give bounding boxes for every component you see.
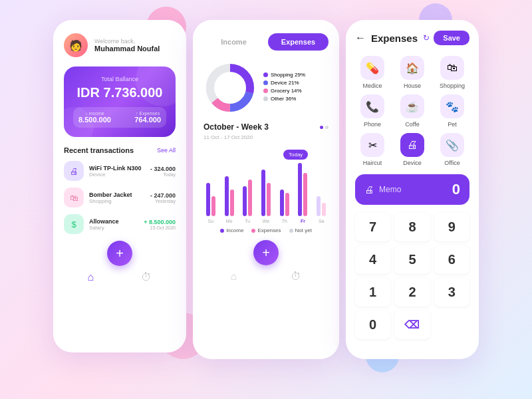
back-arrow-icon[interactable]: ← [355, 32, 366, 44]
numpad-4[interactable]: 4 [355, 245, 390, 274]
legend-dot-shopping [263, 72, 268, 77]
legend-item-shopping: Shopping 29% [263, 72, 305, 78]
cat-label-coffe: Coffe [405, 121, 419, 128]
bottom-nav: ⌂ ⏱ [64, 271, 176, 283]
numpad-backspace[interactable]: ⌫ [394, 311, 430, 339]
tab-income[interactable]: Income [203, 33, 264, 51]
legend-label-grocery: Grocery 14% [271, 88, 302, 94]
numpad-1[interactable]: 1 [355, 278, 390, 307]
avatar: 🧑 [64, 33, 88, 57]
trans-date: Yesterday [150, 199, 176, 203]
home-nav-icon-2[interactable]: ⌂ [231, 271, 237, 283]
expenses-label: ↑ Expenses [134, 111, 161, 116]
numpad-6[interactable]: 6 [434, 245, 469, 274]
transaction-item: 🖨 WiFi TP-Link N300 Device - 324.000 Tod… [64, 161, 176, 181]
refresh-icon[interactable]: ↻ [423, 33, 430, 43]
legend-income-label: Income [226, 227, 243, 233]
legend-income: Income [220, 227, 243, 233]
trans-name: Bomber Jacket [89, 192, 145, 198]
save-button[interactable]: Save [434, 31, 469, 45]
bar-tu-income [243, 186, 247, 216]
transaction-item: $ Allowance Salary + 8.500.000 15 Oct 20… [64, 214, 176, 234]
balance-value: 7.736.000 [104, 85, 163, 100]
trans-right: - 324.000 Today [150, 166, 176, 177]
bar-label-we: We [263, 219, 269, 223]
expenses-header: ← Expenses ↻ Save [355, 31, 469, 45]
cat-office[interactable]: 📎 Office [435, 133, 469, 166]
cat-haircut[interactable]: ✂ Haircut [355, 133, 390, 166]
header-row: 🧑 Welcome back, Muhammad Noufal [64, 33, 176, 57]
bar-col-fr: Fr [296, 163, 311, 223]
cat-pet[interactable]: 🐾 Pet [435, 94, 469, 128]
home-nav-icon[interactable]: ⌂ [88, 271, 94, 283]
cat-shopping[interactable]: 🛍 Shopping [435, 56, 469, 89]
dot-2 [325, 126, 329, 129]
cat-medice[interactable]: 💊 Medice [355, 56, 390, 89]
legend-circ-notyet [289, 229, 293, 233]
legend-circ-income [220, 229, 224, 233]
bar-mo-income [225, 176, 229, 216]
expenses-value: 764.000 [134, 116, 161, 124]
cat-house[interactable]: 🏠 House [395, 56, 430, 89]
bar-sa-income [317, 196, 321, 216]
memo-label: Memo [379, 185, 401, 194]
numpad-7[interactable]: 7 [355, 213, 390, 241]
legend-dot-grocery [263, 88, 268, 93]
cat-device[interactable]: 🖨 Device [395, 133, 430, 166]
trans-icon-device: 🖨 [64, 161, 84, 181]
bar-label-fr: Fr [301, 219, 305, 223]
cat-label-office: Office [444, 160, 460, 166]
numpad-0[interactable]: 0 [355, 311, 390, 339]
clock-nav-icon[interactable]: ⏱ [141, 271, 152, 283]
legend-expenses-label: Expenses [257, 227, 281, 233]
bar-label-mo: Mo [226, 219, 233, 223]
balance-amount: IDR 7.736.000 [73, 85, 166, 100]
numpad-8[interactable]: 8 [394, 213, 430, 241]
numpad-5[interactable]: 5 [394, 245, 430, 274]
fab-button-2[interactable]: + [253, 240, 279, 265]
memo-icon: 🖨 [364, 184, 374, 195]
balance-row: ↓ Income 8.500.000 ↑ Expenses 764.000 [73, 107, 166, 128]
cat-label-shopping: Shopping [440, 82, 465, 89]
chart-legend: Shopping 29% Device 21% Grocery 14% Othe… [263, 72, 305, 104]
legend-circ-expenses [251, 229, 255, 233]
bar-su-income [206, 183, 210, 216]
username: Muhammad Noufal [94, 45, 160, 53]
trans-info: Allowance Salary [89, 218, 138, 231]
bar-su-expense [211, 196, 215, 216]
numpad-2[interactable]: 2 [394, 278, 430, 307]
bar-fr-expense [303, 173, 307, 216]
bar-th-income [280, 190, 284, 216]
legend-item-device: Device 21% [263, 80, 305, 86]
cat-icon-pet: 🐾 [440, 94, 464, 118]
bar-th-expense [285, 193, 289, 216]
numpad-9[interactable]: 9 [434, 213, 469, 241]
fab-button[interactable]: + [107, 241, 132, 266]
week-dots [320, 126, 329, 129]
tab-expenses[interactable]: Expenses [268, 33, 329, 51]
bar-col-tu: Tu [240, 180, 255, 223]
trans-info: Bomber Jacket Shopping [89, 192, 145, 204]
trans-amount: - 247.000 [150, 192, 176, 199]
bar-tu-expense [248, 180, 252, 216]
legend-notyet: Not yet [289, 227, 312, 233]
expenses-header-left: ← Expenses ↻ [355, 32, 430, 44]
numpad-3[interactable]: 3 [434, 278, 469, 307]
income-label: ↓ Income [78, 111, 111, 116]
cat-label-phone: Phone [364, 121, 381, 128]
bar-col-su: Su [203, 183, 218, 223]
screen3: ← Expenses ↻ Save 💊 Medice 🏠 House 🛍 Sho… [346, 20, 479, 359]
expenses-item: ↑ Expenses 764.000 [134, 111, 161, 124]
trans-name: Allowance [89, 218, 138, 225]
trans-cat: Salary [89, 225, 138, 231]
numpad: 7 8 9 4 5 6 1 2 3 0 ⌫ [355, 213, 469, 339]
bar-we-income [261, 170, 265, 216]
bar-col-mo: Mo [222, 176, 237, 223]
cat-coffe[interactable]: ☕ Coffe [395, 94, 430, 128]
chart-section: Shopping 29% Device 21% Grocery 14% Othe… [203, 61, 329, 114]
cat-phone[interactable]: 📞 Phone [355, 94, 390, 128]
see-all-link[interactable]: See All [157, 147, 176, 154]
legend-item-other: Other 36% [263, 96, 305, 102]
cat-label-device: Device [403, 160, 422, 166]
clock-nav-icon-2[interactable]: ⏱ [291, 271, 301, 283]
